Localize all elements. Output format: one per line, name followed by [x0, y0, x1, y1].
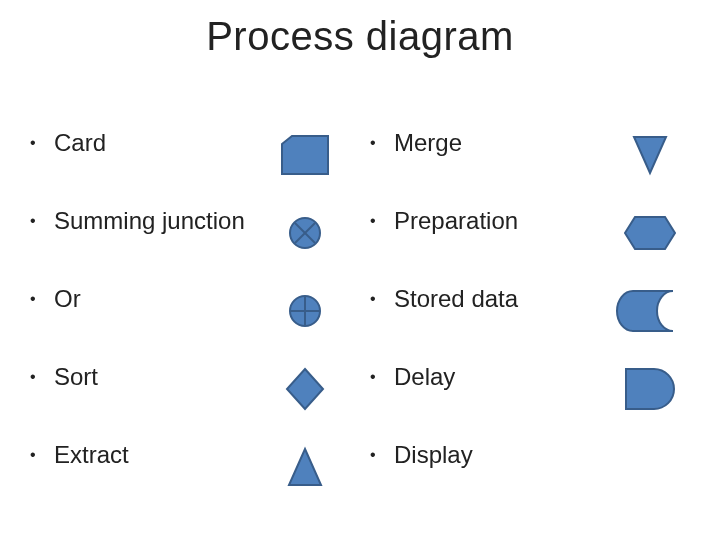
card-icon [275, 130, 335, 180]
bullet-dot-icon: • [30, 213, 44, 229]
bullet-dot-icon: • [30, 135, 44, 151]
bullet-label: Preparation [394, 208, 518, 234]
bullet-right: • Stored data [370, 286, 600, 312]
preparation-icon [620, 208, 680, 258]
diagram-row: • Or • Stored data [0, 286, 720, 336]
slide: Process diagram • Card • Merge • Summing… [0, 0, 720, 540]
sort-icon [275, 364, 335, 414]
bullet-label: Or [54, 286, 81, 312]
diagram-row: • Card • Merge [0, 130, 720, 180]
bullet-dot-icon: • [370, 291, 384, 307]
diagram-row: • Sort • Delay [0, 364, 720, 414]
bullet-dot-icon: • [30, 291, 44, 307]
bullet-dot-icon: • [30, 447, 44, 463]
diagram-row: • Summing junction • Preparation [0, 208, 720, 258]
bullet-dot-icon: • [370, 213, 384, 229]
bullet-label: Extract [54, 442, 129, 468]
bullet-label: Stored data [394, 286, 518, 312]
bullet-dot-icon: • [370, 447, 384, 463]
bullet-right: • Preparation [370, 208, 600, 234]
bullet-right: • Display [370, 442, 600, 468]
summing-junction-icon [275, 208, 335, 258]
bullet-dot-icon: • [370, 369, 384, 385]
or-icon [275, 286, 335, 336]
stored-data-icon [620, 286, 680, 336]
extract-icon [275, 442, 335, 492]
bullet-label: Card [54, 130, 106, 156]
delay-icon [620, 364, 680, 414]
bullet-dot-icon: • [30, 369, 44, 385]
bullet-left: • Extract [30, 442, 260, 468]
bullet-label: Merge [394, 130, 462, 156]
bullet-left: • Summing junction [30, 208, 260, 234]
bullet-right: • Delay [370, 364, 600, 390]
slide-title: Process diagram [0, 14, 720, 59]
merge-icon [620, 130, 680, 180]
bullet-label: Delay [394, 364, 455, 390]
diagram-row: • Extract • Display [0, 442, 720, 492]
bullet-dot-icon: • [370, 135, 384, 151]
bullet-label: Summing junction [54, 208, 245, 234]
bullet-left: • Card [30, 130, 260, 156]
bullet-right: • Merge [370, 130, 600, 156]
bullet-label: Display [394, 442, 473, 468]
bullet-left: • Sort [30, 364, 260, 390]
bullet-left: • Or [30, 286, 260, 312]
bullet-label: Sort [54, 364, 98, 390]
